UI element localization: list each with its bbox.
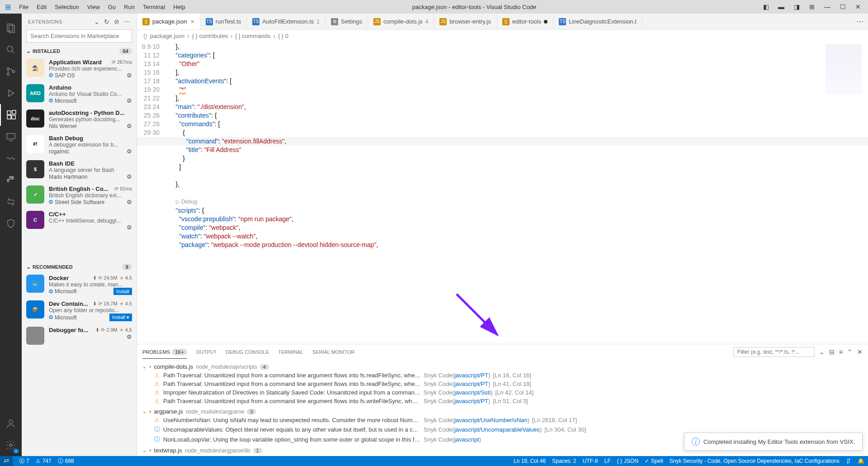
editor-tab[interactable]: {}package.json× bbox=[137, 14, 200, 29]
remote-indicator[interactable]: ⮂ bbox=[0, 456, 13, 466]
menu-terminal[interactable]: Terminal bbox=[139, 4, 169, 10]
problem-item[interactable]: ⚠Path Traversal: Unsanitized input from … bbox=[142, 371, 863, 380]
gear-icon[interactable]: ⚙ bbox=[127, 173, 132, 180]
collapse-all-icon[interactable]: ⊟ bbox=[829, 348, 835, 356]
window-maximize-icon[interactable]: ☐ bbox=[836, 3, 849, 10]
gear-icon[interactable]: ⚙ bbox=[127, 123, 132, 129]
status-cursor[interactable]: Ln 19, Col 46 bbox=[514, 458, 546, 464]
status-infos[interactable]: ⓘ 688 bbox=[58, 457, 74, 465]
extension-item[interactable]: Debugger fo...⬇ ⟳ 2.9M★ 4.5 ⚙ bbox=[22, 324, 137, 347]
install-button[interactable]: Install bbox=[113, 288, 132, 295]
code-editor[interactable]: 8 9 10 11 12 13 14 15 16 17 18 19 20 21 … bbox=[137, 42, 868, 344]
activity-remote-icon[interactable] bbox=[0, 126, 22, 147]
status-encoding[interactable]: UTF-8 bbox=[583, 458, 598, 464]
activity-settings-icon[interactable]: 1 bbox=[0, 434, 22, 456]
problems-filter-input[interactable] bbox=[733, 347, 815, 357]
tab-debug-console[interactable]: DEBUG CONSOLE bbox=[226, 346, 269, 358]
editor-tab[interactable]: TSrunTest.ts bbox=[200, 14, 247, 29]
filter-settings-icon[interactable]: ⌄ bbox=[819, 348, 825, 356]
tab-serial-monitor[interactable]: SERIAL MONITOR bbox=[312, 346, 355, 358]
search-input[interactable] bbox=[26, 29, 132, 43]
menu-help[interactable]: Help bbox=[170, 4, 189, 10]
extension-item[interactable]: 🧙 Application Wizard⟳ 267ms Provides ric… bbox=[22, 56, 137, 81]
layout-panel-right-icon[interactable]: ◨ bbox=[790, 3, 803, 10]
editor-tab[interactable]: {}editor-tools bbox=[497, 14, 553, 29]
window-close-icon[interactable]: ✕ bbox=[852, 3, 864, 10]
more-tabs-icon[interactable]: ⋯ bbox=[856, 17, 863, 26]
extension-item[interactable]: ✓ British English - Co...⟳ 91ms British … bbox=[22, 183, 137, 208]
activity-explorer-icon[interactable] bbox=[0, 17, 22, 39]
menu-file[interactable]: File bbox=[15, 4, 32, 10]
more-icon[interactable]: ⋯ bbox=[124, 18, 130, 25]
extension-item[interactable]: doc autoDocstring - Python D... Generate… bbox=[22, 107, 137, 132]
debug-codelens[interactable]: Debug bbox=[176, 199, 198, 205]
activity-python-icon[interactable] bbox=[0, 169, 22, 191]
tab-output[interactable]: OUTPUT bbox=[196, 346, 217, 358]
problem-item[interactable]: ⚠UseNumberIsNan: Using isNaN may lead to… bbox=[142, 416, 863, 424]
status-feedback-icon[interactable]: ⮃ bbox=[846, 458, 851, 464]
menu-run[interactable]: Run bbox=[120, 4, 138, 10]
activity-accounts-icon[interactable] bbox=[0, 413, 22, 434]
installed-section-header[interactable]: ⌄ INSTALLED 64 bbox=[22, 46, 137, 56]
gear-icon[interactable]: ⚙ bbox=[127, 148, 132, 155]
layout-panel-bottom-icon[interactable]: ▬ bbox=[775, 3, 788, 10]
problem-item[interactable]: ⚠Path Traversal: Unsanitized input from … bbox=[142, 397, 863, 405]
status-eol[interactable]: LF bbox=[604, 458, 611, 464]
editor-tab[interactable]: JSbrowser-entry.js bbox=[434, 14, 497, 29]
tab-terminal[interactable]: TERMINAL bbox=[278, 346, 303, 358]
activity-graph-icon[interactable] bbox=[0, 147, 22, 169]
gear-icon[interactable]: ⚙ bbox=[127, 72, 132, 79]
layout-customize-icon[interactable]: ⊞ bbox=[806, 3, 818, 10]
gear-icon[interactable]: ⚙ bbox=[127, 333, 132, 340]
maximize-panel-icon[interactable]: ⌃ bbox=[847, 348, 853, 356]
gear-icon[interactable]: ⚙ bbox=[127, 224, 132, 231]
extension-item[interactable]: 🐳 Docker⬇ ⟳ 24.5M★ 4.5 Makes it easy to … bbox=[22, 272, 137, 298]
breadcrumb-item[interactable]: { } 0 bbox=[278, 33, 288, 39]
clear-icon[interactable]: ⊘ bbox=[114, 18, 119, 25]
breadcrumb[interactable]: {}package.json›{ } contributes›[ ] comma… bbox=[137, 30, 868, 42]
problem-item[interactable]: ⚠Path Traversal: Unsanitized input from … bbox=[142, 380, 863, 388]
breadcrumb-item[interactable]: [ ] commands bbox=[236, 33, 271, 39]
extension-item[interactable]: $ Bash IDE A language server for Bash Ma… bbox=[22, 157, 137, 183]
window-minimize-icon[interactable]: — bbox=[821, 3, 834, 10]
editor-tab[interactable]: TSLineDaignosticExtension.t bbox=[553, 14, 642, 29]
recommended-section-header[interactable]: ⌄ RECOMMENDED 8 bbox=[22, 262, 137, 272]
activity-search-icon[interactable] bbox=[0, 39, 22, 61]
activity-run-debug-icon[interactable] bbox=[0, 82, 22, 104]
status-language[interactable]: { } JSON bbox=[617, 458, 638, 464]
menu-selection[interactable]: Selection bbox=[51, 4, 82, 10]
editor-tab[interactable]: ⚙Settings bbox=[326, 14, 368, 29]
problem-item[interactable]: ⚠Improper Neutralization of Directives i… bbox=[142, 388, 863, 397]
activity-sync-icon[interactable] bbox=[0, 191, 22, 213]
status-errors[interactable]: ⓧ 7 bbox=[19, 457, 29, 465]
minimap[interactable] bbox=[826, 44, 862, 94]
extension-item[interactable]: C C/C++ C/C++ IntelliSense, debuggi... ⚙ bbox=[22, 208, 137, 233]
breadcrumb-item[interactable]: package.json bbox=[150, 33, 185, 39]
editor-tab[interactable]: TSAutoFillExtension.ts1 bbox=[247, 14, 326, 29]
status-spell[interactable]: ✓ Spell bbox=[645, 458, 663, 464]
notification-toast[interactable]: i Completed installing My Editor Tools e… bbox=[684, 433, 863, 451]
layout-panel-left-icon[interactable]: ◧ bbox=[760, 3, 772, 10]
close-icon[interactable]: × bbox=[191, 18, 194, 25]
gear-icon[interactable]: ⚙ bbox=[127, 97, 132, 104]
activity-source-control-icon[interactable] bbox=[0, 61, 22, 82]
extension-item[interactable]: 📦 Dev Contain...⬇ ⟳ 18.7M★ 4.5 Open any … bbox=[22, 298, 137, 324]
problem-group-header[interactable]: ⌄▪ argparse.js node_modules\argparse 3 bbox=[142, 407, 863, 416]
status-warnings[interactable]: ⚠ 747 bbox=[36, 458, 52, 464]
install-button[interactable]: Install bbox=[109, 314, 132, 321]
view-mode-icon[interactable]: ≡ bbox=[839, 348, 843, 356]
activity-extensions-icon[interactable] bbox=[0, 104, 22, 126]
menu-edit[interactable]: Edit bbox=[33, 4, 50, 10]
menu-go[interactable]: Go bbox=[104, 4, 119, 10]
status-spaces[interactable]: Spaces: 2 bbox=[552, 458, 576, 464]
menu-view[interactable]: View bbox=[84, 4, 104, 10]
problem-group-header[interactable]: ⌄▪ compile-dots.js node_modules\ajv\scri… bbox=[142, 362, 863, 371]
status-snyk[interactable]: Snyk Security - Code, Open Source Depend… bbox=[670, 458, 840, 464]
breadcrumb-item[interactable]: { } contributes bbox=[192, 33, 228, 39]
gear-icon[interactable]: ⚙ bbox=[127, 199, 132, 205]
filter-icon[interactable]: ⌄ bbox=[94, 18, 99, 25]
tab-problems[interactable]: PROBLEMS1K+ bbox=[142, 346, 187, 359]
close-panel-icon[interactable]: ✕ bbox=[857, 348, 863, 356]
status-bell-icon[interactable]: 🔔 bbox=[858, 458, 864, 464]
activity-shield-icon[interactable] bbox=[0, 213, 22, 234]
